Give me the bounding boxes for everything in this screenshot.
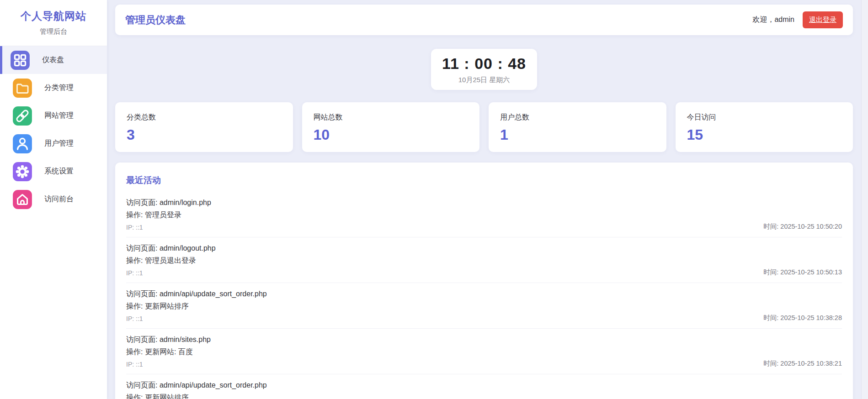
activity-action: 操作: 管理员退出登录 xyxy=(126,256,842,266)
sidebar-item-categories[interactable]: 分类管理 xyxy=(0,74,107,102)
sidebar-item-label: 系统设置 xyxy=(44,167,74,176)
stat-card-categories: 分类总数 3 xyxy=(115,102,293,152)
home-icon xyxy=(12,189,32,210)
main-content: 管理员仪表盘 欢迎，admin 退出登录 11 : 00 : 48 10月25日… xyxy=(107,0,868,399)
activity-page: 访问页面: admin/logout.php xyxy=(126,244,842,253)
activity-page: 访问页面: admin/login.php xyxy=(126,198,842,208)
activity-time: 时间: 2025-10-25 10:50:13 xyxy=(763,268,842,277)
sidebar-item-frontend[interactable]: 访问前台 xyxy=(0,185,107,213)
user-icon xyxy=(12,134,32,154)
clock-card: 11 : 00 : 48 10月25日 星期六 xyxy=(431,49,537,90)
stat-value: 10 xyxy=(314,126,469,143)
stat-label: 用户总数 xyxy=(500,113,655,122)
activity-ip: IP: ::1 xyxy=(126,315,842,322)
page-title: 管理员仪表盘 xyxy=(125,13,186,27)
activity-action: 操作: 更新网站排序 xyxy=(126,393,842,399)
activity-page: 访问页面: admin/api/update_sort_order.php xyxy=(126,289,842,299)
welcome-text: 欢迎，admin xyxy=(752,15,794,25)
recent-activity-title: 最近活动 xyxy=(126,174,842,186)
sidebar-item-label: 访问前台 xyxy=(44,194,74,204)
activity-item: 访问页面: admin/login.php 操作: 管理员登录 IP: ::1 … xyxy=(126,192,842,237)
activity-item: 访问页面: admin/sites.php 操作: 更新网站: 百度 IP: :… xyxy=(126,329,842,374)
sidebar-item-dashboard[interactable]: 仪表盘 xyxy=(0,46,107,74)
stat-value: 3 xyxy=(127,126,282,143)
activity-ip: IP: ::1 xyxy=(126,269,842,277)
stat-label: 网站总数 xyxy=(314,113,469,122)
stat-value: 15 xyxy=(687,126,842,143)
activity-ip: IP: ::1 xyxy=(126,224,842,231)
activity-time: 时间: 2025-10-25 10:50:20 xyxy=(763,222,842,231)
vertical-scrollbar[interactable] xyxy=(861,0,868,399)
activity-action: 操作: 管理员登录 xyxy=(126,210,842,220)
stat-label: 今日访问 xyxy=(687,113,842,122)
sidebar-nav: 仪表盘 分类管理 网站管理 xyxy=(0,46,107,213)
sidebar: 个人导航网站 管理后台 仪表盘 分类管理 xyxy=(0,0,107,399)
activity-time: 时间: 2025-10-25 10:38:28 xyxy=(763,314,842,322)
stat-label: 分类总数 xyxy=(127,113,282,122)
topbar-right: 欢迎，admin 退出登录 xyxy=(752,11,843,28)
link-icon xyxy=(12,106,32,126)
stat-value: 1 xyxy=(500,126,655,143)
dashboard-icon xyxy=(10,50,30,70)
activity-time: 时间: 2025-10-25 10:38:21 xyxy=(763,359,842,368)
sidebar-item-settings[interactable]: 系统设置 xyxy=(0,158,107,185)
recent-activity-card: 最近活动 访问页面: admin/login.php 操作: 管理员登录 IP:… xyxy=(115,163,853,399)
stat-card-sites: 网站总数 10 xyxy=(302,102,480,152)
site-subtitle: 管理后台 xyxy=(0,27,107,36)
logout-button[interactable]: 退出登录 xyxy=(803,11,843,28)
stat-card-users: 用户总数 1 xyxy=(489,102,666,152)
activity-item: 访问页面: admin/api/update_sort_order.php 操作… xyxy=(126,283,842,329)
stat-card-visits-today: 今日访问 15 xyxy=(676,102,853,152)
clock-date: 10月25日 星期六 xyxy=(458,76,510,84)
site-title: 个人导航网站 xyxy=(0,9,107,23)
activity-action: 操作: 更新网站排序 xyxy=(126,302,842,311)
sidebar-item-sites[interactable]: 网站管理 xyxy=(0,102,107,130)
activity-action: 操作: 更新网站: 百度 xyxy=(126,347,842,357)
activity-item: 访问页面: admin/api/update_sort_order.php 操作… xyxy=(126,374,842,399)
topbar: 管理员仪表盘 欢迎，admin 退出登录 xyxy=(115,5,853,35)
activity-ip: IP: ::1 xyxy=(126,361,842,368)
sidebar-item-label: 网站管理 xyxy=(44,111,74,121)
activity-item: 访问页面: admin/logout.php 操作: 管理员退出登录 IP: :… xyxy=(126,237,842,283)
clock-time: 11 : 00 : 48 xyxy=(442,55,526,73)
sidebar-item-users[interactable]: 用户管理 xyxy=(0,130,107,158)
sidebar-item-label: 用户管理 xyxy=(44,139,74,148)
stats-row: 分类总数 3 网站总数 10 用户总数 1 今日访问 15 xyxy=(115,102,853,152)
sidebar-header: 个人导航网站 管理后台 xyxy=(0,0,107,46)
activity-page: 访问页面: admin/api/update_sort_order.php xyxy=(126,381,842,390)
folder-icon xyxy=(12,78,32,98)
activity-page: 访问页面: admin/sites.php xyxy=(126,335,842,345)
sidebar-item-label: 分类管理 xyxy=(44,83,74,93)
sidebar-item-label: 仪表盘 xyxy=(42,55,64,65)
gear-icon xyxy=(12,162,32,182)
